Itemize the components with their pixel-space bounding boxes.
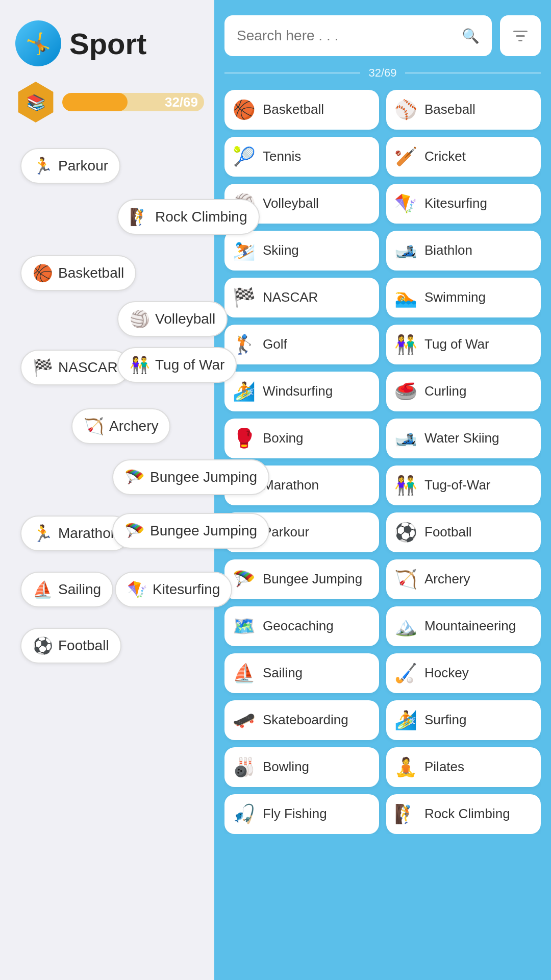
sport-label: Marathon (58, 525, 118, 542)
sport-emoji: 🏃 (33, 524, 53, 543)
left-sport-item[interactable]: ⚽Football (20, 628, 121, 664)
sport-card[interactable]: ⚾Baseball (386, 90, 541, 130)
sport-card[interactable]: ⚽Football (386, 512, 541, 552)
sport-card-emoji: 🪂 (233, 569, 256, 590)
sport-card[interactable]: 👫Tug of War (386, 325, 541, 364)
svg-rect-1 (516, 35, 525, 37)
sport-card[interactable]: 🛹Skateboarding (224, 700, 379, 740)
sport-card[interactable]: 🏊Swimming (386, 278, 541, 317)
sport-card[interactable]: 🏄Windsurfing (224, 372, 379, 411)
left-sport-item[interactable]: 🏐Volleyball (117, 301, 228, 337)
sport-card-emoji: ⛷️ (233, 240, 256, 261)
sport-card-label: Tug-of-War (424, 477, 491, 493)
sport-card[interactable]: 🎿Water Skiing (386, 419, 541, 458)
sport-card-label: Surfing (424, 712, 466, 728)
sport-card[interactable]: 🧘Pilates (386, 747, 541, 787)
sport-card[interactable]: 🥌Curling (386, 372, 541, 411)
sport-emoji: 🪁 (127, 580, 147, 599)
sport-card-emoji: 🥊 (233, 428, 256, 449)
sport-card[interactable]: ⛷️Skiing (224, 231, 379, 271)
sport-card[interactable]: 🏄Surfing (386, 700, 541, 740)
sport-card-label: Kitesurfing (424, 195, 487, 211)
sport-card-label: Pilates (424, 759, 464, 775)
svg-rect-2 (518, 40, 522, 41)
sport-card[interactable]: 🏹Archery (386, 559, 541, 599)
sport-card-label: Water Skiing (424, 430, 499, 446)
sport-label: Kitesurfing (153, 581, 220, 598)
sport-label: Sailing (58, 581, 101, 598)
sport-card[interactable]: 🗺️Geocaching (224, 606, 379, 646)
left-items-container: 🏃Parkour🧗Rock Climbing🏀Basketball🏐Volley… (15, 148, 204, 709)
sport-label: Tug of War (155, 357, 224, 373)
sport-emoji: 👫 (130, 355, 150, 375)
sport-emoji: 🪂 (124, 468, 145, 487)
left-sport-item[interactable]: 🪁Kitesurfing (115, 572, 232, 607)
sport-card[interactable]: 🏑Hockey (386, 653, 541, 693)
search-row: 🔍 (224, 15, 541, 56)
sport-card[interactable]: 🥊Boxing (224, 419, 379, 458)
sport-card-label: Fly Fishing (263, 806, 327, 822)
left-sport-item[interactable]: 🪂Bungee Jumping (112, 459, 269, 495)
sport-card[interactable]: 👫Tug-of-War (386, 465, 541, 505)
sport-card-label: Basketball (263, 102, 324, 117)
sport-card[interactable]: 🪁Kitesurfing (386, 184, 541, 224)
left-panel: 🤸 Sport 📚 32/69 🏃Parkour🧗Rock Climbing🏀B… (0, 0, 214, 980)
sport-card-emoji: 🏑 (394, 663, 417, 684)
sport-card-emoji: 🏏 (394, 146, 417, 167)
sport-label: Football (58, 638, 109, 654)
sport-card-label: Bowling (263, 759, 309, 775)
count-line-left (224, 72, 360, 74)
sports-grid: 🏀Basketball⚾Baseball🎾Tennis🏏Cricket🏐Voll… (224, 90, 541, 834)
badge: 📚 (15, 82, 56, 122)
progress-label: 32/69 (165, 94, 198, 110)
left-sport-item[interactable]: 🏁NASCAR (20, 350, 130, 385)
sport-card-emoji: 🗺️ (233, 616, 256, 637)
sport-card-label: Hockey (424, 665, 469, 681)
sport-card[interactable]: 🎿Biathlon (386, 231, 541, 271)
left-sport-item[interactable]: 🏀Basketball (20, 255, 136, 291)
sport-card-emoji: 🏀 (233, 99, 256, 120)
sport-card-label: Tug of War (424, 336, 489, 352)
left-sport-item[interactable]: 🏹Archery (71, 408, 170, 444)
sport-card-emoji: 🏄 (394, 709, 417, 731)
filter-button[interactable] (500, 15, 541, 56)
search-input[interactable] (237, 28, 456, 44)
sport-card-emoji: 🥌 (394, 381, 417, 402)
sport-card[interactable]: 🎣Fly Fishing (224, 794, 379, 834)
left-sport-item[interactable]: 🧗Rock Climbing (117, 199, 260, 235)
search-icon: 🔍 (462, 28, 480, 44)
sport-card[interactable]: ⛵Sailing (224, 653, 379, 693)
sport-card-emoji: 🛹 (233, 709, 256, 731)
progress-container: 📚 32/69 (15, 82, 204, 122)
left-sport-item[interactable]: ⛵Sailing (20, 572, 113, 607)
sport-card[interactable]: 🏏Cricket (386, 137, 541, 177)
sport-card-label: Baseball (424, 102, 475, 117)
sport-label: NASCAR (58, 359, 118, 376)
sport-card[interactable]: 🎳Bowling (224, 747, 379, 787)
sport-card-emoji: 🏹 (394, 569, 417, 590)
sport-card[interactable]: 🎾Tennis (224, 137, 379, 177)
sport-label: Rock Climbing (155, 209, 247, 225)
sport-card-emoji: 🪁 (394, 193, 417, 214)
left-sport-item[interactable]: 🪂Bungee Jumping (112, 513, 269, 549)
sport-card-label: Archery (424, 571, 470, 587)
sport-emoji: 🧗 (130, 207, 150, 227)
sport-emoji: 🏹 (84, 416, 104, 436)
sport-emoji: 🪂 (124, 521, 145, 541)
sport-card[interactable]: 🏌️Golf (224, 325, 379, 364)
sport-emoji: 🏐 (130, 309, 150, 329)
sport-card[interactable]: 🏁NASCAR (224, 278, 379, 317)
sport-card[interactable]: 🏀Basketball (224, 90, 379, 130)
sport-card[interactable]: 🪂Bungee Jumping (224, 559, 379, 599)
left-sport-item[interactable]: 🏃Parkour (20, 148, 120, 184)
sport-emoji: 🏁 (33, 358, 53, 377)
sport-card[interactable]: 🏔️Mountaineering (386, 606, 541, 646)
sport-card-label: Biathlon (424, 242, 472, 258)
sport-card[interactable]: 🧗Rock Climbing (386, 794, 541, 834)
sport-emoji: ⛵ (33, 580, 53, 599)
sport-card-emoji: 🎳 (233, 756, 256, 778)
search-box[interactable]: 🔍 (224, 15, 492, 56)
sport-card-label: Tennis (263, 149, 301, 164)
sport-card-label: Skateboarding (263, 712, 348, 728)
left-sport-item[interactable]: 👫Tug of War (117, 347, 237, 383)
